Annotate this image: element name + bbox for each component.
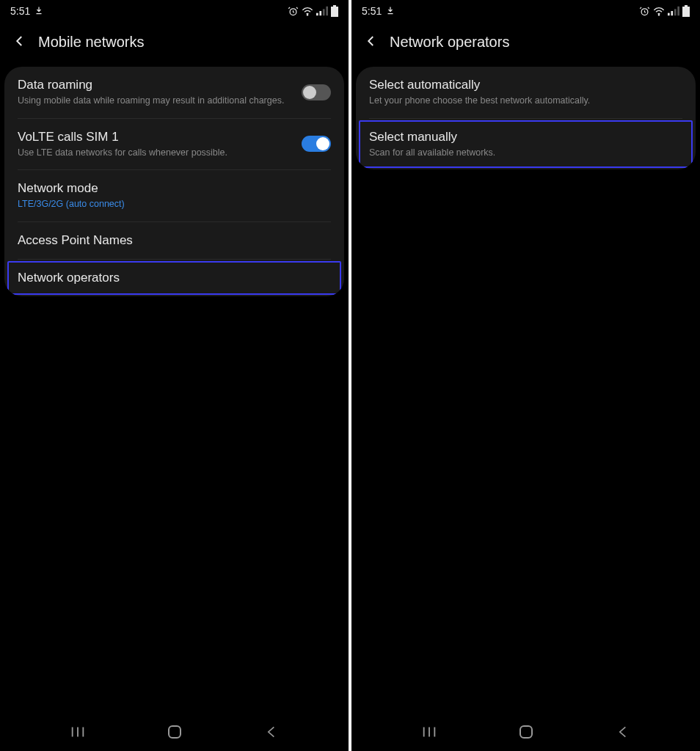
page-title: Mobile networks: [38, 34, 145, 51]
row-select-automatically[interactable]: Select automatically Let your phone choo…: [356, 67, 696, 118]
wifi-icon: [302, 6, 313, 16]
download-icon: [386, 5, 395, 17]
svg-rect-6: [333, 5, 336, 7]
settings-card: Data roaming Using mobile data while roa…: [4, 67, 344, 296]
svg-rect-8: [169, 726, 181, 738]
row-subtitle: Using mobile data while roaming may resu…: [18, 95, 290, 108]
svg-rect-3: [319, 11, 321, 15]
battery-icon: [331, 5, 338, 17]
status-bar: 5:51: [0, 0, 349, 22]
svg-rect-13: [674, 9, 677, 15]
back-button[interactable]: [616, 725, 630, 742]
svg-rect-4: [323, 9, 325, 15]
svg-rect-12: [671, 11, 673, 15]
phone-screen-mobile-networks: 5:51 Mobile networks: [0, 0, 349, 751]
status-time: 5:51: [10, 5, 30, 17]
row-select-manually[interactable]: Select manually Scan for all available n…: [359, 120, 693, 169]
svg-point-10: [658, 15, 659, 15]
toggle-data-roaming[interactable]: [302, 84, 331, 100]
svg-rect-5: [326, 7, 328, 15]
row-data-roaming[interactable]: Data roaming Using mobile data while roa…: [4, 67, 344, 118]
navigation-bar: [351, 723, 700, 744]
row-subtitle: Let your phone choose the best network a…: [369, 95, 682, 108]
svg-rect-17: [520, 726, 532, 738]
row-title: Network operators: [18, 270, 331, 286]
page-title: Network operators: [390, 34, 509, 51]
recents-button[interactable]: [70, 724, 86, 743]
alarm-icon: [639, 6, 650, 17]
home-button[interactable]: [517, 723, 535, 744]
row-title: Access Point Names: [18, 232, 331, 249]
svg-rect-14: [677, 7, 679, 15]
row-subtitle: Use LTE data networks for calls whenever…: [18, 147, 290, 160]
signal-icon: [668, 6, 679, 16]
download-icon: [34, 5, 43, 17]
row-volte[interactable]: VoLTE calls SIM 1 Use LTE data networks …: [4, 119, 344, 170]
home-button[interactable]: [166, 723, 183, 744]
alarm-icon: [288, 6, 299, 17]
row-title: Data roaming: [18, 77, 290, 93]
row-title: VoLTE calls SIM 1: [18, 129, 290, 145]
toggle-volte[interactable]: [302, 136, 331, 152]
row-subtitle: Scan for all available networks.: [369, 147, 682, 160]
back-icon[interactable]: [13, 34, 26, 51]
phone-screen-network-operators: 5:51 Network operators: [351, 0, 700, 751]
svg-rect-16: [682, 7, 690, 17]
divider: [369, 118, 682, 119]
divider: [18, 259, 331, 260]
row-title: Select manually: [369, 129, 682, 145]
header: Network operators: [351, 22, 700, 64]
wifi-icon: [653, 6, 665, 16]
row-network-operators[interactable]: Network operators: [7, 261, 341, 295]
row-title: Network mode: [18, 180, 331, 197]
svg-rect-2: [316, 13, 318, 16]
back-icon[interactable]: [365, 34, 378, 51]
recents-button[interactable]: [421, 724, 437, 743]
row-title: Select automatically: [369, 77, 682, 93]
back-button[interactable]: [264, 725, 279, 742]
svg-rect-15: [685, 5, 688, 7]
status-time: 5:51: [362, 5, 382, 17]
svg-rect-11: [668, 13, 670, 16]
navigation-bar: [0, 723, 349, 744]
row-network-mode[interactable]: Network mode LTE/3G/2G (auto connect): [4, 170, 344, 221]
status-bar: 5:51: [351, 0, 700, 22]
row-apn[interactable]: Access Point Names: [4, 222, 344, 259]
settings-card: Select automatically Let your phone choo…: [356, 67, 696, 169]
svg-point-1: [307, 15, 307, 15]
svg-rect-7: [331, 7, 338, 17]
battery-icon: [682, 5, 690, 17]
header: Mobile networks: [0, 22, 349, 64]
row-subtitle: LTE/3G/2G (auto connect): [18, 198, 331, 211]
signal-icon: [316, 6, 328, 16]
